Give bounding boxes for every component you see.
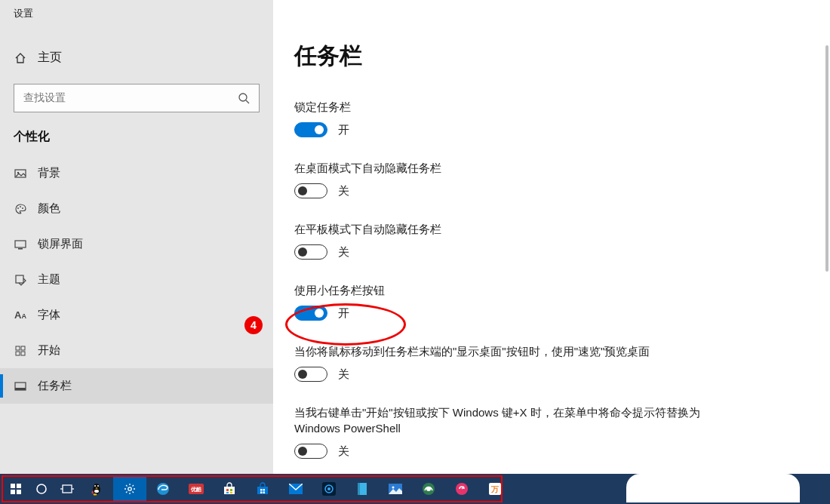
svg-rect-12 [18,248,23,250]
search-input[interactable]: 查找设置 [14,84,260,112]
taskbar-app-store-icon[interactable] [246,477,279,501]
start-icon [14,345,27,357]
taskbar-app-mail-icon[interactable] [279,477,312,501]
sidebar-item-label: 字体 [38,308,60,322]
taskbar-app-360-icon[interactable] [412,477,445,501]
scrollbar[interactable] [825,45,828,272]
svg-rect-25 [63,485,72,493]
svg-point-9 [20,206,21,207]
toggle-state: 关 [338,444,349,459]
taskbar-app-edge-icon[interactable] [146,477,180,501]
svg-point-4 [239,94,247,101]
taskbar-app-generic-icon[interactable]: 万 [478,477,512,501]
taskbar-icon [14,380,27,392]
svg-rect-23 [17,490,21,494]
sidebar-item-taskbar[interactable]: 任务栏 [0,368,273,404]
main-panel: 任务栏 锁定任务栏 开 在桌面模式下自动隐藏任务栏 关 在平板模式下自动隐藏任务… [273,0,830,474]
toggle-state: 开 [338,306,349,321]
toggle-small-buttons[interactable] [294,306,327,321]
toggle-powershell-replace[interactable] [294,444,327,459]
taskbar-app-settings-icon[interactable] [113,477,146,501]
search-placeholder: 查找设置 [23,91,66,105]
toggle-lock-taskbar[interactable] [294,122,327,137]
sidebar-item-label: 主题 [38,272,60,287]
sidebar-item-start[interactable]: 开始 [0,333,273,368]
setting-powershell-replace: 当我右键单击"开始"按钮或按下 Windows 键+X 时，在菜单中将命令提示符… [294,404,717,459]
sidebar-home-label: 主页 [38,50,62,66]
toggle-state: 开 [338,123,349,137]
font-icon: AA [14,309,27,321]
taskbar-app-book-icon[interactable] [346,477,379,501]
sidebar-item-lockscreen[interactable]: 锁屏界面 [0,226,273,262]
home-icon [14,52,27,64]
svg-rect-48 [230,489,232,491]
svg-rect-20 [11,484,15,488]
taskbar-app-photos-icon[interactable] [379,477,412,501]
svg-rect-46 [224,487,235,494]
toggle-autohide-desktop[interactable] [294,183,327,198]
setting-peek-desktop: 当你将鼠标移动到任务栏末端的"显示桌面"按钮时，使用"速览"预览桌面 关 [294,343,717,382]
svg-rect-17 [21,352,25,355]
svg-point-30 [94,485,96,487]
search-icon [238,92,250,104]
svg-point-33 [96,487,98,489]
toggle-state: 关 [338,245,349,260]
sidebar-item-label: 任务栏 [38,379,72,393]
svg-line-5 [246,100,249,103]
taskbar-app-qq-icon[interactable] [80,477,113,501]
taskbar-app-music-icon[interactable] [445,477,478,501]
svg-rect-47 [226,489,229,491]
toggle-peek-desktop[interactable] [294,367,327,382]
svg-rect-52 [260,489,263,491]
svg-rect-11 [15,241,26,247]
setting-label: 当你将鼠标移动到任务栏末端的"显示桌面"按钮时，使用"速览"预览桌面 [294,343,717,359]
titlebar: 设置 [0,0,273,27]
setting-small-buttons: 使用小任务栏按钮 开 [294,282,717,321]
lockscreen-icon [14,238,27,250]
svg-point-32 [94,490,99,493]
window-title: 设置 [14,7,33,20]
setting-label: 使用小任务栏按钮 [294,282,717,298]
sidebar-item-background[interactable]: 背景 [0,155,273,191]
taskbar-app-video-icon[interactable]: 优酷 [180,477,213,501]
svg-rect-50 [230,492,232,493]
svg-rect-22 [11,490,15,494]
setting-label: 当我右键单击"开始"按钮或按下 Windows 键+X 时，在菜单中将命令提示符… [294,404,717,436]
svg-point-59 [327,487,330,490]
svg-point-31 [97,485,99,487]
svg-rect-53 [263,489,266,491]
svg-rect-13 [16,275,23,283]
svg-point-24 [37,484,46,493]
svg-rect-14 [16,346,20,350]
sidebar-item-themes[interactable]: 主题 [0,262,273,297]
sidebar-item-colors[interactable]: 颜色 [0,191,273,226]
svg-rect-19 [15,388,26,390]
sidebar: 主页 查找设置 个性化 背景 颜色 锁屏界面 主题 AA 字 [0,27,273,474]
sidebar-item-label: 锁屏界面 [38,237,83,251]
sidebar-item-fonts[interactable]: AA 字体 [0,297,273,333]
svg-rect-55 [263,492,266,494]
setting-label: 在桌面模式下自动隐藏任务栏 [294,160,717,176]
taskbar-start-icon[interactable] [3,477,29,501]
setting-label: 在平板模式下自动隐藏任务栏 [294,221,717,237]
toggle-state: 关 [338,367,349,382]
sidebar-home[interactable]: 主页 [0,42,273,73]
sidebar-item-label: 背景 [38,166,60,180]
svg-rect-21 [17,484,21,488]
theme-icon [14,274,27,286]
svg-line-41 [133,485,134,487]
setting-autohide-tablet: 在平板模式下自动隐藏任务栏 关 [294,221,717,260]
setting-label: 锁定任务栏 [294,99,717,115]
taskbar-app-store2-icon[interactable] [213,477,246,501]
toggle-autohide-tablet[interactable] [294,244,327,260]
sidebar-item-label: 开始 [38,343,60,358]
taskbar-cortana-icon[interactable] [29,477,54,501]
taskbar-app-ps-icon[interactable] [312,477,346,501]
svg-point-65 [426,487,431,491]
setting-lock-taskbar: 锁定任务栏 开 [294,99,717,137]
svg-line-40 [133,492,134,493]
image-icon [14,167,27,180]
taskbar-taskview-icon[interactable] [54,477,80,501]
svg-rect-51 [257,487,268,494]
svg-rect-54 [260,492,263,494]
